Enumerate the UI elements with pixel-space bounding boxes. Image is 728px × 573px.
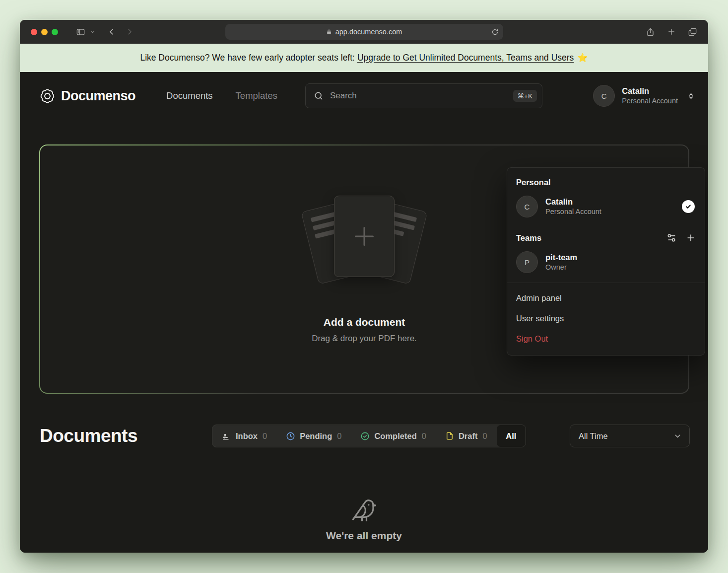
tab-all[interactable]: All	[497, 425, 526, 447]
document-stack-illustration	[297, 195, 431, 296]
back-button[interactable]	[107, 27, 116, 36]
selected-check-icon	[682, 200, 695, 213]
search-placeholder: Search	[330, 91, 357, 101]
bird-icon	[351, 497, 378, 524]
personal-section-label: Personal	[507, 174, 705, 191]
sidebar-toggle-button[interactable]	[76, 27, 85, 37]
menu-item-user-settings[interactable]: User settings	[507, 308, 705, 329]
team-avatar: P	[516, 251, 538, 273]
menu-item-admin-panel[interactable]: Admin panel	[507, 288, 705, 308]
file-icon	[445, 431, 454, 440]
plus-icon	[350, 222, 378, 250]
share-button[interactable]	[646, 27, 655, 37]
tab-count: 0	[263, 431, 267, 441]
tab-label: All	[506, 431, 516, 441]
nav-templates[interactable]: Templates	[236, 90, 277, 101]
tab-count: 0	[422, 431, 426, 441]
nav-documents[interactable]: Documents	[166, 90, 213, 101]
account-subtitle: Personal Account	[622, 96, 678, 106]
chevrons-up-down-icon	[687, 92, 695, 100]
chevron-right-icon	[125, 27, 134, 36]
chevron-left-icon	[107, 27, 116, 36]
search-icon	[314, 91, 324, 101]
search-shortcut-badge: ⌘+K	[513, 90, 537, 102]
forward-button[interactable]	[125, 27, 134, 36]
account-name: Catalin	[545, 196, 601, 207]
tab-label: Completed	[374, 431, 416, 441]
clock-icon	[286, 431, 295, 441]
menu-divider	[507, 283, 705, 283]
teams-section-label: Teams	[516, 233, 541, 243]
avatar: C	[593, 85, 615, 107]
menu-item-sign-out[interactable]: Sign Out	[507, 329, 705, 349]
tabs-icon	[688, 27, 697, 37]
refresh-button[interactable]	[491, 28, 499, 36]
dropzone-title: Add a document	[324, 316, 405, 328]
new-tab-button[interactable]	[667, 27, 676, 36]
url-text: app.documenso.com	[335, 28, 402, 36]
account-menu-trigger[interactable]: C Catalin Personal Account	[593, 85, 695, 107]
team-name: pit-team	[545, 252, 577, 263]
promo-banner: Like Documenso? We have few early adopte…	[20, 44, 708, 72]
settings-sliders-icon	[666, 233, 676, 243]
plus-icon	[667, 27, 676, 36]
brand-name: Documenso	[61, 88, 135, 104]
manage-teams-button[interactable]	[666, 233, 676, 243]
avatar: C	[516, 196, 538, 217]
tab-count: 0	[337, 431, 341, 441]
dropzone-subtitle: Drag & drop your PDF here.	[312, 334, 417, 344]
empty-state: We're all empty	[20, 497, 708, 542]
zoom-button[interactable]	[52, 29, 58, 35]
app-header: Documenso Documents Templates Search ⌘+K…	[20, 72, 708, 120]
create-team-button[interactable]	[686, 233, 696, 243]
browser-toolbar: app.documenso.com	[20, 20, 708, 44]
period-filter-value: All Time	[579, 431, 608, 441]
documenso-logo-icon	[40, 88, 55, 104]
minimize-button[interactable]	[41, 29, 48, 35]
tab-label: Pending	[300, 431, 332, 441]
tab-inbox[interactable]: Inbox 0	[212, 425, 276, 447]
tab-count: 0	[482, 431, 487, 441]
teams-section-header: Teams	[507, 229, 705, 247]
status-tabs: Inbox 0 Pending 0 Completed 0	[212, 425, 526, 447]
tab-label: Draft	[459, 431, 478, 441]
account-dropdown-menu: Personal C Catalin Personal Account Team…	[507, 167, 705, 356]
address-bar[interactable]: app.documenso.com	[225, 24, 503, 40]
tab-label: Inbox	[236, 431, 258, 441]
brand-logo[interactable]: Documenso	[40, 88, 135, 104]
personal-account-item[interactable]: C Catalin Personal Account	[507, 191, 705, 222]
account-subtitle: Personal Account	[545, 207, 601, 217]
empty-state-message: We're all empty	[326, 530, 402, 542]
window-controls	[31, 29, 58, 35]
banner-text: Like Documenso? We have few early adopte…	[140, 53, 355, 63]
tab-draft[interactable]: Draft 0	[436, 425, 497, 447]
check-circle-icon	[360, 431, 370, 441]
documents-toolbar: Documents Inbox 0 Pending 0	[40, 425, 690, 447]
search-input[interactable]: Search ⌘+K	[305, 83, 542, 108]
account-name: Catalin	[622, 86, 678, 96]
tab-overview-caret-button[interactable]	[90, 29, 95, 35]
refresh-icon	[491, 28, 499, 36]
add-document-card	[334, 196, 395, 277]
team-item[interactable]: P pit-team Owner	[507, 247, 705, 278]
browser-window: app.documenso.com	[20, 20, 708, 553]
page-title: Documents	[40, 426, 137, 446]
share-icon	[646, 27, 655, 37]
lock-icon	[326, 29, 332, 35]
upgrade-link[interactable]: Upgrade to Get Unlimited Documents, Team…	[357, 53, 574, 63]
team-role: Owner	[545, 263, 577, 273]
period-filter-select[interactable]: All Time	[570, 425, 690, 447]
tab-completed[interactable]: Completed 0	[351, 425, 435, 447]
signature-icon	[222, 431, 231, 441]
app-content: Documenso Documents Templates Search ⌘+K…	[20, 72, 708, 553]
tab-pending[interactable]: Pending 0	[276, 425, 351, 447]
chevron-down-icon	[90, 29, 95, 35]
tab-overview-button[interactable]	[688, 27, 697, 37]
plus-icon	[686, 233, 696, 243]
main-nav: Documents Templates	[166, 90, 277, 101]
chevron-down-icon	[673, 432, 682, 440]
close-button[interactable]	[31, 29, 37, 35]
sidebar-icon	[76, 27, 85, 37]
star-icon: ⭐	[577, 53, 588, 63]
